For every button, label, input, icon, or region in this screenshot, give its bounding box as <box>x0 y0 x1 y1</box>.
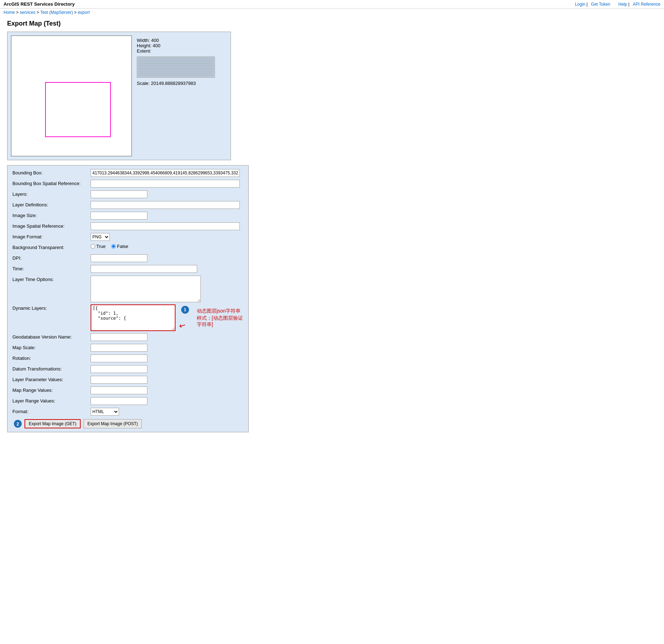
layers-input[interactable] <box>91 190 147 198</box>
map-range-values-label: Map Range Values: <box>12 386 91 393</box>
dynamic-layers-row: Dynamic Layers: [{ "id": 1, "source": { … <box>12 304 243 331</box>
bg-false-radio[interactable] <box>111 244 116 249</box>
map-width: Width: 400 <box>137 38 215 43</box>
bounding-box-sr-label: Bounding Box Spatial Reference: <box>12 180 91 186</box>
format-select[interactable]: HTML JSON PJSON KMZJSON <box>91 408 119 416</box>
bg-false-radio-label: False <box>111 244 128 249</box>
map-scale-label: Map Scale: <box>12 344 91 350</box>
map-range-values-row: Map Range Values: <box>12 386 243 395</box>
rotation-label: Rotation: <box>12 355 91 361</box>
layer-parameter-values-row: Layer Parameter Values: <box>12 376 243 384</box>
get-token-link[interactable]: Get Token <box>591 2 610 7</box>
layer-range-values-label: Layer Range Values: <box>12 397 91 404</box>
geodatabase-version-row: Geodatabase Version Name: <box>12 333 243 342</box>
layer-parameter-values-input[interactable] <box>91 376 147 384</box>
dynamic-layers-label: Dynamic Layers: <box>12 304 91 311</box>
bounding-box-row: Bounding Box: <box>12 169 243 178</box>
bounding-box-label: Bounding Box: <box>12 169 91 175</box>
layers-row: Layers: <box>12 190 243 199</box>
bounding-box-input[interactable] <box>91 169 240 177</box>
dpi-input[interactable] <box>91 254 147 262</box>
main-content: Export Map (Test) Width: 400 Height: 400… <box>0 16 664 436</box>
image-size-label: Image Size: <box>12 212 91 218</box>
map-height: Height: 400 <box>137 43 215 48</box>
layer-time-options-label: Layer Time Options: <box>12 276 91 282</box>
image-size-input[interactable] <box>91 212 147 220</box>
breadcrumb-services[interactable]: services <box>20 10 36 15</box>
help-link[interactable]: Help <box>618 2 627 7</box>
map-scale: Scale: 20149.888828937983 <box>137 81 215 86</box>
export-post-button[interactable]: Export Map Image (POST) <box>83 419 142 428</box>
top-bar: ArcGIS REST Services Directory Login | G… <box>0 0 664 9</box>
bg-true-text: True <box>96 244 106 249</box>
format-row: Format: HTML JSON PJSON KMZJSON <box>12 408 243 416</box>
map-thumbnail-image <box>137 57 215 77</box>
bg-false-text: False <box>117 244 128 249</box>
bg-true-radio-label: True <box>91 244 106 249</box>
map-scale-input[interactable] <box>91 344 147 352</box>
bounding-box-sr-row: Bounding Box Spatial Reference: <box>12 180 243 188</box>
datum-transformations-label: Datum Transformations: <box>12 365 91 372</box>
map-thumbnail <box>137 56 215 78</box>
map-canvas <box>11 36 132 156</box>
bg-transparent-label: Background Transparent: <box>12 244 91 250</box>
map-info: Width: 400 Height: 400 Extent: Scale: 20… <box>132 36 220 156</box>
app-title: ArcGIS REST Services Directory <box>4 1 75 7</box>
datum-transformations-row: Datum Transformations: <box>12 365 243 374</box>
map-extent-label: Extent: <box>137 48 215 54</box>
red-arrow-icon: ↙ <box>177 320 187 331</box>
breadcrumb-test-mapserver[interactable]: Test (MapServer) <box>40 10 73 15</box>
layer-range-values-row: Layer Range Values: <box>12 397 243 406</box>
map-scale-row: Map Scale: <box>12 344 243 352</box>
breadcrumb-home[interactable]: Home <box>4 10 15 15</box>
image-sr-row: Image Spatial Reference: <box>12 222 243 231</box>
datum-transformations-input[interactable] <box>91 365 147 373</box>
map-preview-container: Width: 400 Height: 400 Extent: Scale: 20… <box>7 32 231 160</box>
layer-definitions-row: Layer Definitions: <box>12 201 243 210</box>
image-format-label: Image Format: <box>12 233 91 239</box>
layer-definitions-label: Layer Definitions: <box>12 201 91 207</box>
layer-range-values-input[interactable] <box>91 397 147 405</box>
button-row: 2 Export Map Image (GET) Export Map Imag… <box>12 419 243 428</box>
layers-label: Layers: <box>12 190 91 197</box>
bounding-box-sr-input[interactable] <box>91 180 240 188</box>
dpi-row: DPI: <box>12 254 243 263</box>
layer-definitions-input[interactable] <box>91 201 240 209</box>
badge-2: 2 <box>14 420 22 428</box>
image-size-row: Image Size: <box>12 212 243 220</box>
breadcrumb: Home > services > Test (MapServer) > exp… <box>0 9 664 16</box>
api-reference-link[interactable]: API Reference <box>633 2 660 7</box>
bg-transparent-row: Background Transparent: True False <box>12 244 243 252</box>
image-format-select[interactable]: PNG JPEG GIF BMP SVG <box>91 233 110 241</box>
form-section: Bounding Box: Bounding Box Spatial Refer… <box>7 165 249 432</box>
time-row: Time: <box>12 265 243 274</box>
format-label: Format: <box>12 408 91 414</box>
image-format-row: Image Format: PNG JPEG GIF BMP SVG <box>12 233 243 242</box>
breadcrumb-export[interactable]: export <box>78 10 90 15</box>
rotation-input[interactable] <box>91 355 147 362</box>
top-bar-links: Login | Get Token Help | API Reference <box>573 2 660 7</box>
login-link[interactable]: Login <box>575 2 585 7</box>
image-sr-label: Image Spatial Reference: <box>12 222 91 229</box>
geodatabase-version-label: Geodatabase Version Name: <box>12 333 91 340</box>
time-input[interactable] <box>91 265 197 273</box>
dpi-label: DPI: <box>12 254 91 261</box>
geodatabase-version-input[interactable] <box>91 333 147 341</box>
image-sr-input[interactable] <box>91 222 240 230</box>
rotation-row: Rotation: <box>12 355 243 363</box>
bg-true-radio[interactable] <box>91 244 95 249</box>
export-get-button[interactable]: Export Map Image (GET) <box>25 419 81 428</box>
layer-time-options-textarea[interactable] <box>91 276 201 302</box>
annotation-text-1: 动态图层json字符串 <box>197 308 243 314</box>
map-range-values-input[interactable] <box>91 386 147 394</box>
page-title: Export Map (Test) <box>7 20 657 27</box>
bottom-bar <box>0 443 664 449</box>
map-selection-rect <box>45 82 111 137</box>
time-label: Time: <box>12 265 91 271</box>
layer-time-options-row: Layer Time Options: <box>12 276 243 302</box>
dynamic-layers-textarea[interactable]: [{ "id": 1, "source": { <box>91 304 176 331</box>
layer-parameter-values-label: Layer Parameter Values: <box>12 376 91 382</box>
badge-1: 1 <box>181 306 189 314</box>
annotation-text-2: 样式：[动态图层验证字符串] <box>197 315 243 328</box>
